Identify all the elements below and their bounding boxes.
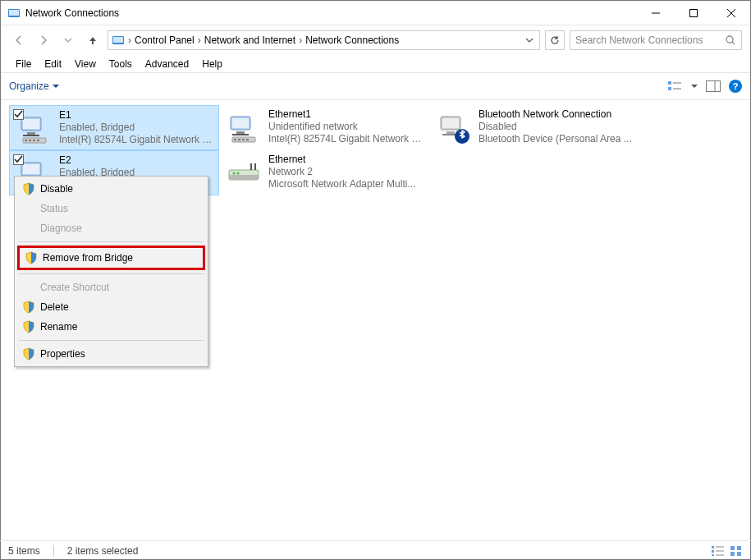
context-menu-item[interactable]: Rename <box>17 317 205 337</box>
context-menu-label: Remove from Bridge <box>43 252 133 264</box>
window-icon <box>7 7 21 20</box>
connection-item[interactable]: E1Enabled, BridgedIntel(R) 82574L Gigabi… <box>9 105 219 150</box>
svg-rect-28 <box>236 131 245 134</box>
search-input[interactable]: Search Network Connections <box>570 30 742 50</box>
context-menu-item[interactable]: Remove from Bridge <box>20 248 203 268</box>
minimize-button[interactable] <box>637 1 675 25</box>
svg-rect-62 <box>730 546 735 550</box>
svg-rect-25 <box>37 140 39 141</box>
connection-item[interactable]: Ethernet1Unidentified networkIntel(R) 82… <box>219 105 429 150</box>
menu-help[interactable]: Help <box>195 57 229 71</box>
svg-rect-3 <box>690 9 698 16</box>
connection-text: Bluetooth Network ConnectionDisabledBlue… <box>479 108 632 147</box>
menu-advanced[interactable]: Advanced <box>139 57 195 71</box>
svg-rect-29 <box>232 134 249 135</box>
details-view-button[interactable] <box>712 545 725 557</box>
back-button[interactable] <box>9 30 29 50</box>
context-menu-item: Diagnose <box>17 218 205 238</box>
menu-edit[interactable]: Edit <box>38 57 68 71</box>
context-menu-label: Create Shortcut <box>40 282 109 293</box>
connection-name: Ethernet1 <box>268 108 424 121</box>
chevron-right-icon: › <box>299 34 302 46</box>
separator <box>19 340 204 341</box>
svg-rect-24 <box>33 140 35 141</box>
connection-device: Microsoft Network Adapter Multi... <box>268 178 415 190</box>
svg-rect-20 <box>23 135 39 136</box>
help-button[interactable]: ? <box>729 80 742 93</box>
context-menu-item: Status <box>17 199 205 218</box>
connection-text: E1Enabled, BridgedIntel(R) 82574L Gigabi… <box>59 109 213 146</box>
titlebar: Network Connections <box>1 1 750 25</box>
connection-device: Intel(R) 82574L Gigabit Network C... <box>268 133 424 145</box>
address-bar[interactable]: › Control Panel › Network and Internet ›… <box>108 30 540 50</box>
context-menu-label: Properties <box>40 348 85 360</box>
address-row: › Control Panel › Network and Internet ›… <box>1 25 750 55</box>
svg-point-53 <box>237 172 240 175</box>
view-options-button[interactable] <box>668 79 683 94</box>
separator <box>19 273 204 274</box>
organize-button[interactable]: Organize <box>9 80 59 92</box>
status-right <box>712 545 743 557</box>
context-menu-item[interactable]: Properties <box>17 344 205 364</box>
refresh-button[interactable] <box>545 30 565 50</box>
breadcrumb-part[interactable]: Network Connections <box>305 34 399 46</box>
connection-text: Ethernet1Unidentified networkIntel(R) 82… <box>268 108 424 147</box>
context-menu-item[interactable]: Delete <box>17 297 205 317</box>
large-icons-view-button[interactable] <box>730 545 743 557</box>
connection-item[interactable]: EthernetNetwork 2Microsoft Network Adapt… <box>219 150 429 195</box>
checkbox-icon[interactable] <box>13 109 24 120</box>
window-controls <box>637 1 750 25</box>
svg-rect-7 <box>113 37 123 43</box>
breadcrumb-part[interactable]: Network and Internet <box>204 34 295 46</box>
svg-rect-32 <box>238 139 240 140</box>
chevron-down-icon[interactable] <box>691 83 698 90</box>
svg-rect-34 <box>246 139 249 140</box>
svg-line-9 <box>732 42 735 44</box>
context-menu-label: Rename <box>40 321 77 333</box>
adapter-icon <box>224 154 263 193</box>
status-selected-count: 2 items selected <box>67 545 139 557</box>
svg-point-52 <box>233 172 236 175</box>
up-button[interactable] <box>83 30 103 50</box>
divider <box>53 545 54 557</box>
toolbar: Organize ? <box>1 73 750 100</box>
shield-icon <box>22 347 35 360</box>
checkbox-icon[interactable] <box>13 154 24 165</box>
recent-dropdown[interactable] <box>58 30 78 50</box>
location-icon <box>112 34 125 47</box>
connection-item[interactable]: Bluetooth Network ConnectionDisabledBlue… <box>429 105 639 150</box>
adapter-icon <box>224 108 263 148</box>
svg-rect-63 <box>737 546 741 550</box>
separator <box>19 241 204 242</box>
menu-file[interactable]: File <box>9 57 38 71</box>
svg-rect-23 <box>29 140 31 141</box>
context-menu-item[interactable]: Disable <box>17 179 205 199</box>
connection-status: Disabled <box>479 121 632 133</box>
close-button[interactable] <box>712 1 750 25</box>
maximize-button[interactable] <box>675 1 712 25</box>
chevron-down-icon[interactable] <box>523 36 536 44</box>
svg-rect-22 <box>25 140 27 141</box>
svg-rect-1 <box>9 10 19 16</box>
preview-pane-button[interactable] <box>706 79 721 94</box>
menu-view[interactable]: View <box>68 57 103 71</box>
svg-rect-36 <box>442 118 459 128</box>
svg-rect-54 <box>250 163 252 170</box>
connection-name: Ethernet <box>268 154 415 166</box>
connection-device: Bluetooth Device (Personal Area ... <box>479 133 632 145</box>
svg-rect-10 <box>668 81 671 85</box>
highlighted-item: Remove from Bridge <box>17 246 205 270</box>
content-area: E1Enabled, BridgedIntel(R) 82574L Gigabi… <box>1 100 750 540</box>
shield-icon <box>25 251 38 264</box>
breadcrumb-part[interactable]: Control Panel <box>135 34 195 46</box>
context-menu-item: Create Shortcut <box>17 278 205 297</box>
connection-status: Unidentified network <box>268 121 424 133</box>
menu-tools[interactable]: Tools <box>103 57 139 71</box>
connection-name: E1 <box>59 109 213 122</box>
svg-rect-19 <box>27 132 35 135</box>
connection-name: E2 <box>59 154 135 167</box>
connection-device: Intel(R) 82574L Gigabit Network C... <box>59 134 213 146</box>
shield-icon <box>22 182 35 195</box>
forward-button[interactable] <box>34 30 53 50</box>
status-item-count: 5 items <box>8 545 40 557</box>
